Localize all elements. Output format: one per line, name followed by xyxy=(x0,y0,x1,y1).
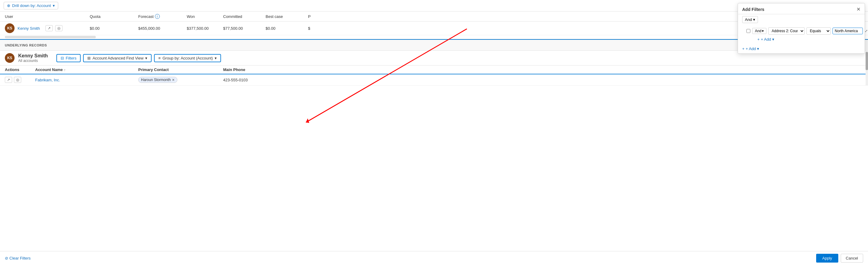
view-selector-button[interactable]: ⊞ Account Advanced Find View ▾ xyxy=(83,54,152,62)
add-chevron-icon: ▾ xyxy=(772,37,774,42)
condition-and-dropdown[interactable]: And ▾ xyxy=(752,28,767,34)
filter-value-input[interactable] xyxy=(833,28,863,34)
add-filters-panel: Add Filters ✕ And ▾ And ▾ Address 2: Cou… xyxy=(738,3,865,54)
drill-down-label: Drill down by: Account xyxy=(12,3,51,8)
panel-title: Add Filters xyxy=(742,7,764,12)
chevron-down-icon: ▾ xyxy=(53,3,55,8)
panel-add-chevron-icon: ▾ xyxy=(757,47,759,51)
share-icon-btn[interactable]: ↗ xyxy=(45,25,53,31)
panel-title-bar: Add Filters ✕ xyxy=(738,3,865,14)
condition-checkbox[interactable] xyxy=(746,29,750,33)
panel-and-row: And ▾ xyxy=(738,14,865,25)
top-and-dropdown[interactable]: And ▾ xyxy=(742,16,758,23)
col-header-pipeline: P xyxy=(308,14,332,19)
vertical-scrollbar[interactable] xyxy=(866,40,868,86)
panel-close-button[interactable]: ✕ xyxy=(857,6,861,12)
records-table-header: Actions Account Name ↑ Primary Contact M… xyxy=(0,65,868,74)
col-header-actions: Actions xyxy=(5,68,35,72)
view-chevron-icon: ▾ xyxy=(145,56,147,60)
add-condition-row: + + Add ▾ xyxy=(742,36,861,43)
underlying-user-sub: All accounts xyxy=(18,59,48,63)
user-cell: KS Kenny Smith ↗ ◎ xyxy=(5,23,90,33)
underlying-records-title: UNDERLYING RECORDS xyxy=(5,44,47,47)
user-name-link[interactable]: Kenny Smith xyxy=(18,26,40,31)
globe-icon: ⊕ xyxy=(7,3,10,8)
contact-tag: Haroun Stormonth ✕ xyxy=(138,77,177,83)
account-name-cell[interactable]: Fabrikam, Inc. xyxy=(35,78,138,82)
condition-expand-icon[interactable]: ⤢ xyxy=(865,29,868,33)
grid-icon: ⊞ xyxy=(87,56,91,60)
committed-value: $77,500.00 xyxy=(223,26,266,31)
row-target-icon-btn[interactable]: ◎ xyxy=(14,77,21,83)
groupby-button[interactable]: ≡ Group by: Account (Account) ▾ xyxy=(154,54,221,62)
operator-select[interactable]: Equals xyxy=(806,27,831,35)
col-header-bestcase: Best case xyxy=(266,14,308,19)
panel-add-icon: + xyxy=(742,47,745,51)
col-header-main-phone: Main Phone xyxy=(223,68,863,72)
avatar: KS xyxy=(5,23,14,33)
primary-contact-cell: Haroun Stormonth ✕ xyxy=(138,77,223,83)
col-header-won: Won xyxy=(187,14,223,19)
records-table: Actions Account Name ↑ Primary Contact M… xyxy=(0,65,868,86)
action-icons: ↗ ◎ xyxy=(45,25,62,31)
bestcase-value: $0.00 xyxy=(266,26,308,31)
table-row: ↗ ◎ Fabrikam, Inc. Haroun Stormonth ✕ 42… xyxy=(0,74,868,86)
forecast-value: $455,000.00 xyxy=(138,26,187,31)
quota-value: $0.00 xyxy=(90,26,138,31)
groupby-icon: ≡ xyxy=(158,56,161,60)
horizontal-scrollbar[interactable] xyxy=(5,36,96,38)
col-header-primary-contact: Primary Contact xyxy=(138,68,223,72)
add-condition-button[interactable]: + + Add ▾ xyxy=(757,37,774,42)
pipeline-value: $ xyxy=(308,26,332,31)
col-header-forecast: Forecast i xyxy=(138,14,187,19)
filter-icon: ⊟ xyxy=(61,56,64,60)
add-plus-icon: + xyxy=(757,37,760,42)
drill-down-button[interactable]: ⊕ Drill down by: Account ▾ xyxy=(4,2,58,9)
col-header-quota: Quota xyxy=(90,14,138,19)
panel-add-row: + + Add ▾ xyxy=(738,44,865,53)
panel-add-button[interactable]: + + Add ▾ xyxy=(742,47,759,51)
scrollbar-thumb xyxy=(866,52,868,70)
main-phone-cell: 423-555-0103 xyxy=(223,78,863,82)
col-header-user: User xyxy=(5,14,90,19)
underlying-avatar: KS xyxy=(5,53,14,63)
condition-chevron-icon: ▾ xyxy=(762,29,764,33)
contact-tag-close-icon[interactable]: ✕ xyxy=(172,78,175,82)
underlying-user-info: Kenny Smith All accounts xyxy=(18,53,48,63)
underlying-user-name: Kenny Smith xyxy=(18,53,48,59)
col-header-committed: Committed xyxy=(223,14,266,19)
field-select[interactable]: Address 2: Country/Reg... xyxy=(768,27,805,35)
and-chevron-icon: ▾ xyxy=(753,17,755,22)
row-share-icon-btn[interactable]: ↗ xyxy=(5,77,12,83)
actions-cell: ↗ ◎ xyxy=(5,77,35,83)
groupby-chevron-icon: ▾ xyxy=(215,56,217,60)
forecast-info-icon[interactable]: i xyxy=(155,14,160,19)
filters-button[interactable]: ⊟ Filters xyxy=(56,54,81,62)
target-icon-btn[interactable]: ◎ xyxy=(55,25,62,31)
won-value: $377,500.00 xyxy=(187,26,223,31)
sort-asc-icon[interactable]: ↑ xyxy=(64,68,66,72)
col-header-account-name: Account Name ↑ xyxy=(35,68,138,72)
